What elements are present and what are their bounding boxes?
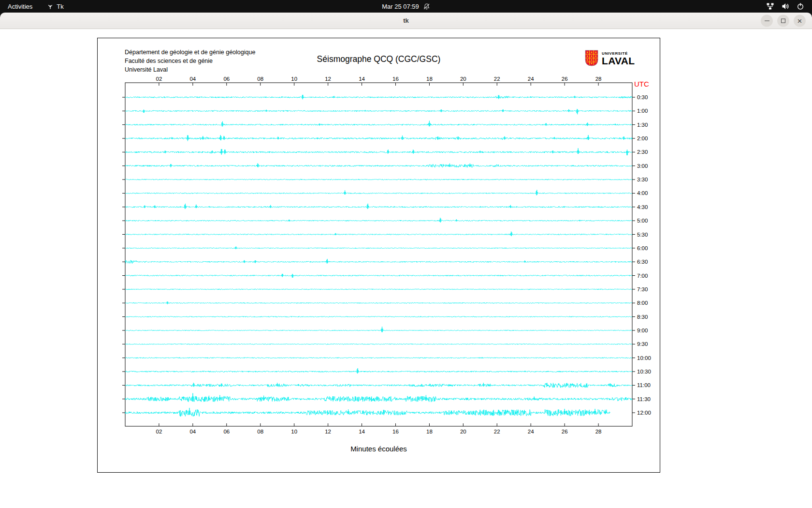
svg-text:5:00: 5:00 (637, 218, 648, 224)
svg-text:11:00: 11:00 (637, 382, 651, 388)
power-icon (797, 2, 804, 10)
svg-text:1:00: 1:00 (637, 108, 648, 114)
svg-text:16: 16 (392, 429, 399, 434)
tk-indicator-label: Tk (57, 3, 63, 10)
svg-text:10: 10 (291, 429, 297, 434)
x-axis-label: Minutes écoulées (98, 445, 660, 453)
svg-text:10:00: 10:00 (637, 355, 651, 361)
network-icon (766, 2, 774, 10)
svg-text:08: 08 (257, 429, 263, 434)
institution-line-3: Université Laval (125, 65, 255, 74)
svg-text:4:30: 4:30 (637, 204, 648, 210)
clock-label: Mar 25 07:59 (382, 3, 419, 10)
svg-text:6:00: 6:00 (637, 245, 648, 251)
svg-text:28: 28 (595, 76, 602, 82)
svg-text:20: 20 (460, 429, 466, 434)
svg-text:6:30: 6:30 (637, 259, 648, 265)
activities-button[interactable]: Activities (0, 0, 40, 13)
svg-text:11:30: 11:30 (637, 396, 651, 402)
restore-icon (781, 18, 785, 23)
svg-text:26: 26 (562, 76, 568, 82)
volume-icon (782, 2, 789, 10)
window-content: 0202040406060808101012121414161618182020… (0, 29, 812, 508)
svg-text:7:00: 7:00 (637, 273, 648, 279)
svg-text:16: 16 (392, 76, 399, 82)
tk-app-indicator[interactable]: Tk (40, 0, 70, 13)
svg-text:12:00: 12:00 (637, 410, 651, 416)
svg-text:2:00: 2:00 (637, 135, 648, 141)
svg-text:04: 04 (189, 76, 196, 82)
svg-text:24: 24 (528, 429, 534, 434)
svg-text:5:30: 5:30 (637, 232, 648, 238)
svg-text:28: 28 (595, 429, 602, 434)
svg-text:3:30: 3:30 (637, 177, 648, 182)
laval-logo-text: UNIVERSITÉ LAVAL (602, 50, 635, 66)
minimize-icon (765, 20, 769, 21)
svg-text:26: 26 (562, 429, 568, 434)
minimize-button[interactable] (761, 15, 773, 27)
svg-text:10:30: 10:30 (637, 369, 651, 374)
svg-text:02: 02 (156, 429, 162, 434)
clock-menu[interactable]: Mar 25 07:59 (382, 0, 430, 13)
svg-text:06: 06 (223, 429, 230, 434)
window-controls: × (761, 15, 806, 27)
svg-text:06: 06 (223, 76, 230, 82)
system-top-bar: Activities Tk Mar 25 07:59 (0, 0, 812, 13)
seismograph-panel: 0202040406060808101012121414161618182020… (97, 38, 660, 473)
svg-text:04: 04 (189, 429, 196, 434)
svg-text:3:00: 3:00 (637, 163, 648, 169)
svg-text:14: 14 (359, 76, 365, 82)
svg-text:8:30: 8:30 (637, 314, 648, 320)
seismogram-plot: 0202040406060808101012121414161618182020… (98, 38, 660, 472)
close-icon: × (798, 16, 802, 25)
svg-text:18: 18 (426, 76, 433, 82)
svg-text:14: 14 (359, 429, 365, 434)
svg-text:8:00: 8:00 (637, 300, 648, 306)
utc-label: UTC (634, 80, 649, 88)
chart-title: Séismographe QCQ (CGC/GSC) (98, 54, 660, 64)
window-title: tk (0, 13, 812, 29)
universite-laval-logo: UNIVERSITÉ LAVAL (585, 50, 635, 66)
svg-text:0:30: 0:30 (637, 94, 648, 100)
svg-text:12: 12 (325, 76, 331, 82)
svg-text:22: 22 (494, 429, 500, 434)
svg-text:22: 22 (494, 76, 500, 82)
svg-text:10: 10 (291, 76, 297, 82)
svg-text:4:00: 4:00 (637, 190, 648, 196)
svg-text:1:30: 1:30 (637, 122, 648, 128)
svg-text:9:30: 9:30 (637, 341, 648, 347)
svg-text:24: 24 (528, 76, 534, 82)
svg-text:20: 20 (460, 76, 466, 82)
svg-text:7:30: 7:30 (637, 286, 648, 292)
svg-text:02: 02 (156, 76, 162, 82)
laval-shield-icon (585, 50, 598, 66)
laval-logo-bottom-text: LAVAL (602, 56, 635, 66)
svg-text:2:30: 2:30 (637, 149, 648, 155)
svg-text:12: 12 (325, 429, 331, 434)
tk-indicator-icon (47, 3, 54, 10)
notifications-disabled-icon (423, 3, 430, 10)
svg-text:08: 08 (257, 76, 263, 82)
system-status-area[interactable] (758, 0, 812, 13)
svg-text:9:00: 9:00 (637, 328, 648, 333)
restore-button[interactable] (777, 15, 789, 27)
close-button[interactable]: × (794, 15, 806, 27)
svg-text:18: 18 (426, 429, 433, 434)
window-titlebar[interactable]: tk × (0, 13, 812, 29)
